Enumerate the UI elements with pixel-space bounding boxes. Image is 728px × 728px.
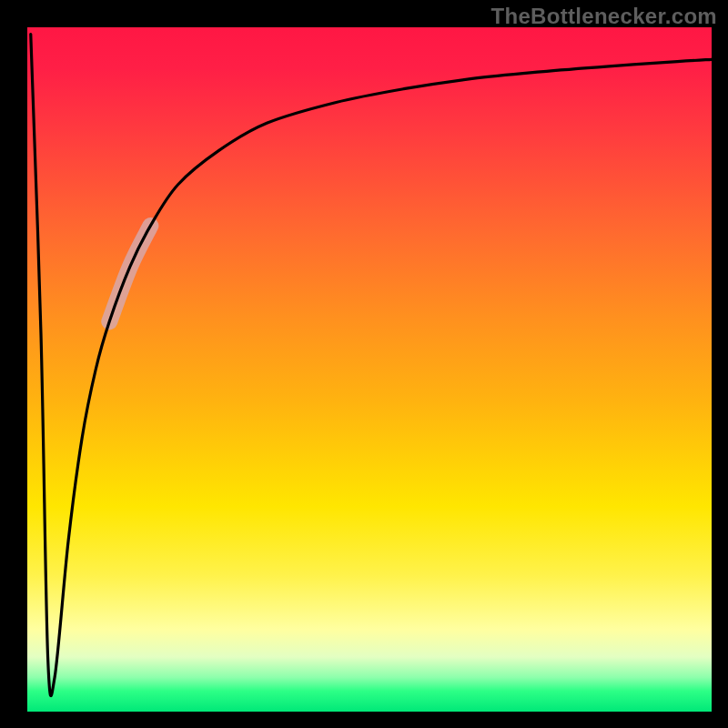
chart-frame: TheBottlenecker.com: [0, 0, 728, 728]
watermark-text: TheBottlenecker.com: [491, 4, 717, 29]
plot-area: [27, 27, 712, 712]
curve-layer: [27, 27, 712, 712]
bottleneck-curve-path: [31, 35, 712, 696]
